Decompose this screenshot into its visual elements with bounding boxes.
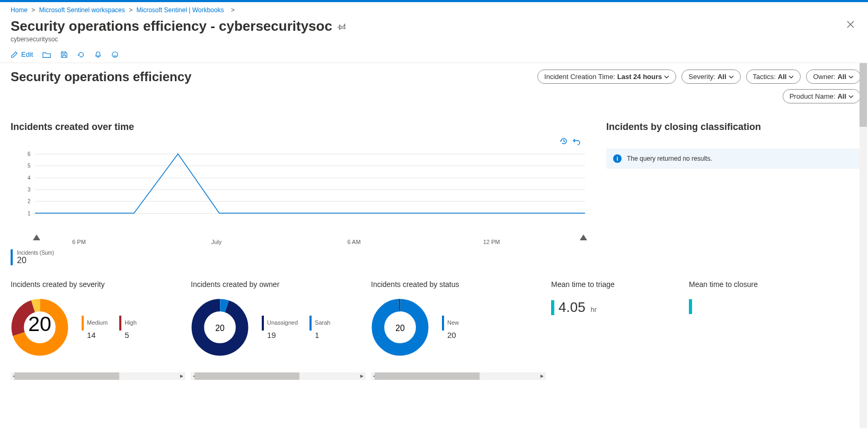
card-title: Incidents created by owner	[191, 280, 366, 289]
legend-item-sarah: Sarah 1	[309, 316, 330, 340]
card-title: Incidents created by severity	[11, 280, 185, 289]
toolbar: Edit	[0, 47, 868, 63]
card-severity: Incidents created by severity 20 Medium …	[11, 280, 185, 380]
metric-closure	[689, 299, 821, 314]
card-status: Incidents created by status 20 New 20 ◄►	[371, 280, 546, 380]
chart-history-icon[interactable]	[560, 137, 568, 147]
breadcrumb-link-workbooks[interactable]: Microsoft Sentinel | Workbooks	[137, 6, 224, 14]
legend-item-new: New 20	[442, 316, 459, 340]
metric-value: 4.05	[559, 299, 586, 316]
close-icon[interactable]	[844, 18, 857, 33]
donut-status[interactable]: 20	[371, 298, 429, 356]
cards-row: Incidents created by severity 20 Medium …	[11, 280, 861, 380]
breadcrumb-sep: >	[31, 6, 35, 14]
breadcrumb-link-home[interactable]: Home	[11, 6, 28, 14]
timeline-legend: Incidents (Sum) 20	[11, 249, 585, 265]
info-icon: i	[613, 154, 622, 163]
feedback-icon[interactable]	[111, 51, 119, 58]
metric-bar	[551, 300, 554, 315]
donut-severity[interactable]: 20	[11, 298, 69, 356]
notify-icon[interactable]	[94, 51, 102, 58]
workbook-content: Security operations efficiency Incident …	[0, 63, 868, 428]
timeline-chart[interactable]: 1234566 PMJuly6 AM12 PM	[11, 148, 585, 236]
hscroll[interactable]: ◄►	[11, 372, 185, 380]
chart-undo-icon[interactable]	[572, 137, 581, 147]
filter-severity[interactable]: Severity: All	[681, 69, 740, 84]
legend-color-bar	[11, 249, 13, 265]
filter-owner[interactable]: Owner: All	[806, 69, 861, 84]
no-results-banner: i The query returned no results.	[606, 149, 861, 169]
no-results-text: The query returned no results.	[627, 155, 712, 162]
card-title: Mean time to triage	[551, 280, 684, 289]
legend-value: 20	[17, 256, 54, 265]
hscroll[interactable]: ◄►	[191, 372, 366, 380]
svg-text:20: 20	[28, 312, 51, 335]
vertical-scrollbar[interactable]	[860, 63, 867, 428]
hscroll[interactable]: ◄►	[371, 372, 546, 380]
breadcrumb-more-icon[interactable]: >	[231, 6, 235, 14]
filter-pills: Incident Creation Time: Last 24 hours Se…	[521, 69, 861, 103]
page-subtitle: cybersecuritysoc	[0, 36, 868, 47]
filter-incident-time[interactable]: Incident Creation Time: Last 24 hours	[537, 69, 676, 84]
card-closure: Mean time to closure	[689, 280, 821, 380]
metric-triage: 4.05 hr	[551, 299, 684, 316]
timeline-panel: Incidents created over time 1234566 PMJu…	[11, 121, 585, 265]
closing-title: Incidents by closing classification	[606, 121, 861, 133]
open-icon[interactable]	[42, 51, 51, 58]
breadcrumb-sep: >	[129, 6, 132, 14]
svg-text:20: 20	[215, 324, 225, 333]
card-triage: Mean time to triage 4.05 hr	[551, 280, 684, 380]
legend-label: Incidents (Sum)	[17, 250, 54, 256]
timeline-title: Incidents created over time	[11, 121, 585, 133]
card-title: Mean time to closure	[689, 280, 821, 289]
donut-owner[interactable]: 20	[191, 298, 249, 356]
filter-product-name[interactable]: Product Name: All	[783, 89, 861, 103]
metric-bar	[689, 299, 692, 314]
refresh-icon[interactable]	[77, 51, 85, 58]
page-header: Security operations efficiency - cyberse…	[0, 16, 868, 36]
edit-button[interactable]: Edit	[11, 50, 33, 58]
card-owner: Incidents created by owner 20 Unassigned…	[191, 280, 366, 380]
svg-point-0	[112, 51, 118, 57]
metric-unit: hr	[591, 306, 597, 314]
legend-item-medium: Medium 14	[82, 316, 108, 340]
page-title: Security operations efficiency - cyberse…	[11, 18, 332, 34]
legend-item-unassigned: Unassigned 19	[262, 316, 298, 340]
edit-label: Edit	[21, 50, 33, 58]
breadcrumb: Home > Microsoft Sentinel workspaces > M…	[0, 2, 868, 16]
pin-icon[interactable]	[338, 22, 346, 32]
workbook-title: Security operations efficiency	[11, 69, 191, 84]
closing-panel: Incidents by closing classification i Th…	[606, 121, 861, 265]
breadcrumb-link-workspaces[interactable]: Microsoft Sentinel workspaces	[39, 6, 125, 14]
card-title: Incidents created by status	[371, 280, 546, 289]
legend-item-high: High 5	[119, 316, 137, 340]
svg-text:20: 20	[395, 324, 405, 333]
save-icon[interactable]	[60, 51, 68, 58]
filter-tactics[interactable]: Tactics: All	[746, 69, 801, 84]
